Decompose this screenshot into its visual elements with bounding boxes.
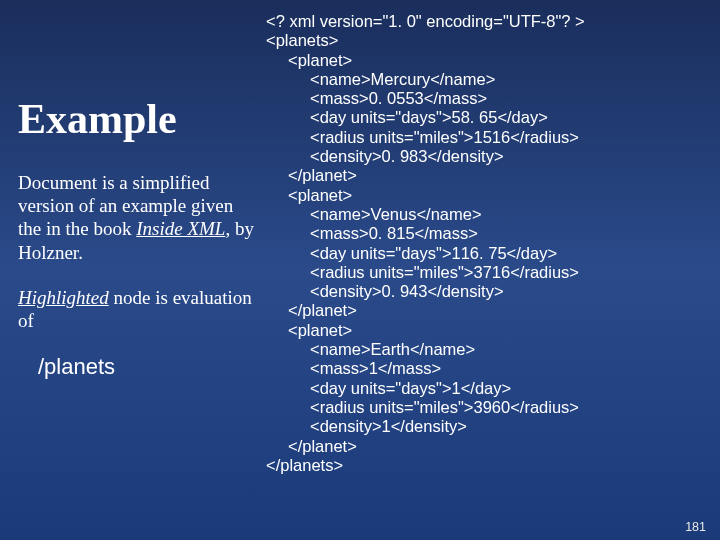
xml-line: <density>1</density> bbox=[266, 417, 712, 436]
book-title: Inside XML bbox=[136, 218, 225, 239]
xml-line: </planets> bbox=[266, 456, 712, 475]
xml-line: <radius units="miles">1516</radius> bbox=[266, 128, 712, 147]
xml-line: <planet> bbox=[266, 186, 712, 205]
highlighted-word: Highlighted bbox=[18, 287, 109, 308]
left-column: Example Document is a simplified version… bbox=[18, 10, 266, 532]
slide-heading: Example bbox=[18, 95, 256, 143]
xml-line: <day units="days">1</day> bbox=[266, 379, 712, 398]
xml-line: <day units="days">58. 65</day> bbox=[266, 108, 712, 127]
xml-line: <day units="days">116. 75</day> bbox=[266, 244, 712, 263]
description-paragraph: Document is a simplified version of an e… bbox=[18, 171, 256, 264]
xml-line: <name>Mercury</name> bbox=[266, 70, 712, 89]
xml-line: <radius units="miles">3960</radius> bbox=[266, 398, 712, 417]
highlight-paragraph: Highlighted node is evaluation of bbox=[18, 286, 256, 332]
xml-line: <planets> bbox=[266, 31, 712, 50]
page-number: 181 bbox=[685, 520, 706, 534]
xml-line: </planet> bbox=[266, 437, 712, 456]
xpath-expression: /planets bbox=[38, 354, 256, 380]
xml-line: <mass>0. 815</mass> bbox=[266, 224, 712, 243]
xml-listing: <? xml version="1. 0" encoding="UTF-8"? … bbox=[266, 10, 712, 532]
xml-line: </planet> bbox=[266, 166, 712, 185]
xml-line: <planet> bbox=[266, 321, 712, 340]
xml-line: <planet> bbox=[266, 51, 712, 70]
xml-line: </planet> bbox=[266, 301, 712, 320]
xml-line: <radius units="miles">3716</radius> bbox=[266, 263, 712, 282]
xml-line: <? xml version="1. 0" encoding="UTF-8"? … bbox=[266, 12, 712, 31]
xml-line: <mass>0. 0553</mass> bbox=[266, 89, 712, 108]
xml-line: <name>Venus</name> bbox=[266, 205, 712, 224]
xml-line: <name>Earth</name> bbox=[266, 340, 712, 359]
xml-line: <mass>1</mass> bbox=[266, 359, 712, 378]
xml-line: <density>0. 983</density> bbox=[266, 147, 712, 166]
xml-line: <density>0. 943</density> bbox=[266, 282, 712, 301]
